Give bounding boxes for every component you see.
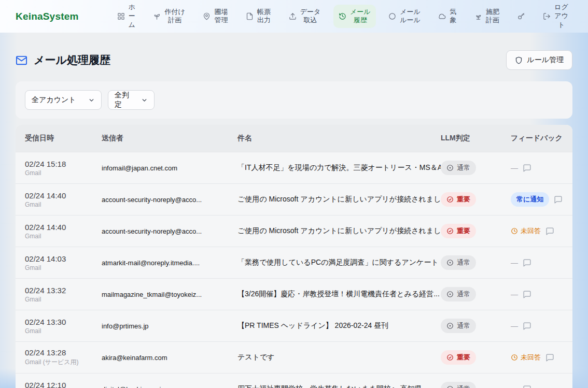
subject-cell: ご使用の Microsoft アカウントに新しいアプリが接続されました bbox=[237, 195, 441, 204]
feedback-cell: 常に通知 bbox=[511, 192, 563, 207]
sender-cell: mailmagazine_tkmail@toyokeiz... bbox=[102, 291, 237, 298]
feedback-none-dash: — bbox=[511, 322, 518, 330]
comment-bubble-icon[interactable] bbox=[545, 227, 554, 236]
nav-item-data-import[interactable]: データ 取込 bbox=[284, 5, 326, 28]
fertilizer-icon bbox=[474, 12, 482, 20]
judgement-badge-important: 重要 bbox=[441, 224, 476, 238]
nav-item-label: ホ ー ム bbox=[129, 3, 135, 30]
judgement-filter-select[interactable]: 全判定 bbox=[108, 90, 155, 110]
llm-judgement-cell: 通常 bbox=[441, 255, 511, 270]
judgement-badge-normal: 通常 bbox=[441, 287, 476, 301]
logout-icon bbox=[543, 12, 551, 20]
feedback-cell: — bbox=[511, 322, 563, 330]
feedback-cell: 未回答 bbox=[511, 226, 563, 236]
history-icon bbox=[339, 12, 346, 20]
table-row[interactable]: 02/24 13:30Gmailinfo@prtimes.jp【PR TIMES… bbox=[16, 310, 572, 341]
received-datetime: 02/24 13:30 bbox=[25, 318, 102, 326]
subject-cell: 【PR TIMES ヘッドライン】 2026-02-24 昼刊 bbox=[237, 321, 441, 330]
judgement-label: 通常 bbox=[457, 321, 470, 330]
rule-management-button[interactable]: ルール管理 bbox=[506, 50, 572, 70]
received-datetime: 02/24 14:03 bbox=[25, 254, 102, 263]
nav-item-label: データ 取込 bbox=[300, 8, 321, 25]
subject-cell: ご使用の Microsoft アカウントに新しいアプリが接続されました bbox=[237, 226, 441, 236]
main-content: メール処理履歴 ルール管理 全アカウント 全判定 受信日時 送信者 件名 bbox=[0, 50, 588, 388]
feedback-unanswered-label: 未回答 bbox=[521, 226, 541, 236]
nav-item-key[interactable] bbox=[512, 9, 530, 23]
nav-item-weather[interactable]: 気 象 bbox=[433, 5, 461, 28]
circle-dot-icon bbox=[446, 322, 454, 329]
col-llm-judgement: LLM判定 bbox=[441, 134, 511, 143]
received-at-cell: 02/24 13:32Gmail bbox=[25, 286, 102, 303]
comment-bubble-icon[interactable] bbox=[523, 164, 531, 173]
feedback-none-dash: — bbox=[511, 164, 518, 172]
map-pin-icon bbox=[203, 12, 211, 20]
nav-item-label: メール 履歴 bbox=[350, 8, 371, 25]
sender-cell: account-security-noreply@acco... bbox=[102, 227, 237, 235]
llm-judgement-cell: 重要 bbox=[441, 192, 511, 207]
clock-icon bbox=[511, 354, 518, 361]
comment-bubble-icon[interactable] bbox=[523, 322, 531, 330]
table-row[interactable]: 02/24 15:18Gmailinfomail@japan.cnet.com「… bbox=[16, 152, 572, 183]
llm-judgement-cell: 通常 bbox=[441, 319, 511, 333]
table-row[interactable]: 02/24 12:10Gmaildigital@kochinews.jp四万十福… bbox=[16, 373, 572, 388]
comment-bubble-icon[interactable] bbox=[523, 290, 531, 299]
check-circle-icon bbox=[446, 227, 454, 235]
nav-item-label: 圃場 管理 bbox=[214, 8, 228, 25]
sender-cell: digital@kochinews.jp bbox=[102, 385, 237, 388]
table-row[interactable]: 02/24 13:28Gmail (サービス用)akira@keinafarm.… bbox=[16, 341, 572, 373]
received-at-cell: 02/24 14:03Gmail bbox=[25, 254, 102, 271]
col-received-at: 受信日時 bbox=[25, 134, 102, 143]
received-at-cell: 02/24 13:28Gmail (サービス用) bbox=[25, 348, 102, 367]
llm-judgement-cell: 重要 bbox=[441, 224, 511, 238]
subject-cell: 四万十福祉専門学校、学生募集しないまま開校へ 高知県... bbox=[237, 384, 441, 388]
key-icon bbox=[517, 12, 525, 20]
subject-cell: 「IT人材不足」を現場の力で解決。三菱オートリース・MS＆AD... bbox=[237, 163, 441, 173]
nav-item-fertilizer[interactable]: 施肥 計画 bbox=[469, 5, 505, 28]
comment-bubble-icon[interactable] bbox=[523, 385, 531, 388]
nav-item-sowing-plan[interactable]: 作付け 計画 bbox=[148, 5, 190, 28]
nav-item-home[interactable]: ホ ー ム bbox=[112, 0, 141, 33]
comment-bubble-icon[interactable] bbox=[554, 195, 563, 204]
circle-dot-icon bbox=[446, 291, 454, 298]
llm-judgement-cell: 重要 bbox=[441, 350, 511, 365]
table-row[interactable]: 02/24 14:40Gmailaccount-security-noreply… bbox=[16, 183, 572, 215]
judgement-badge-important: 重要 bbox=[441, 350, 476, 365]
nav-item-logout[interactable]: ログ アウ ト bbox=[538, 0, 573, 33]
brand-logo[interactable]: KeinaSystem bbox=[16, 11, 79, 22]
cloud-icon bbox=[438, 12, 446, 20]
comment-bubble-icon[interactable] bbox=[523, 258, 531, 267]
table-row[interactable]: 02/24 13:32Gmailmailmagazine_tkmail@toyo… bbox=[16, 278, 572, 310]
sender-cell: akira@keinafarm.com bbox=[102, 354, 237, 362]
feedback-unanswered: 未回答 bbox=[511, 353, 541, 362]
received-datetime: 02/24 13:28 bbox=[25, 348, 102, 357]
judgement-label: 重要 bbox=[457, 353, 470, 362]
page-header: メール処理履歴 ルール管理 bbox=[16, 50, 572, 70]
account-filter-value: 全アカウント bbox=[32, 95, 76, 105]
account-filter-select[interactable]: 全アカウント bbox=[25, 90, 102, 110]
feedback-none-dash: — bbox=[511, 385, 518, 388]
upload-icon bbox=[289, 12, 297, 20]
col-feedback: フィードバック bbox=[511, 134, 563, 143]
feedback-cell: — bbox=[511, 290, 563, 299]
account-label: Gmail bbox=[25, 296, 102, 303]
grid-icon bbox=[117, 12, 125, 20]
nav-item-report-out[interactable]: 帳票 出力 bbox=[241, 5, 276, 28]
nav-item-mail-history[interactable]: メール 履歴 bbox=[333, 5, 376, 28]
page-title: メール処理履歴 bbox=[34, 53, 110, 67]
feedback-unanswered-label: 未回答 bbox=[521, 353, 541, 362]
received-datetime: 02/24 14:40 bbox=[25, 191, 102, 200]
circle-dot-icon bbox=[446, 164, 454, 171]
comment-bubble-icon[interactable] bbox=[545, 353, 554, 362]
nav-item-mail-rules[interactable]: メール ルール bbox=[383, 5, 426, 28]
nav-item-field-mgmt[interactable]: 圃場 管理 bbox=[198, 5, 233, 28]
account-label: Gmail bbox=[25, 169, 102, 177]
table-row[interactable]: 02/24 14:40Gmailaccount-security-noreply… bbox=[16, 215, 572, 247]
judgement-label: 重要 bbox=[457, 195, 470, 204]
received-datetime: 02/24 13:32 bbox=[25, 286, 102, 295]
chevron-down-icon bbox=[83, 97, 95, 104]
filter-card: 全アカウント 全判定 bbox=[16, 81, 572, 119]
nav-item-label: 施肥 計画 bbox=[486, 8, 499, 25]
table-row[interactable]: 02/24 14:03Gmailatmarkit-mail@noreply.it… bbox=[16, 247, 572, 278]
feedback-none-dash: — bbox=[511, 290, 518, 298]
judgement-badge-normal: 通常 bbox=[441, 255, 476, 270]
